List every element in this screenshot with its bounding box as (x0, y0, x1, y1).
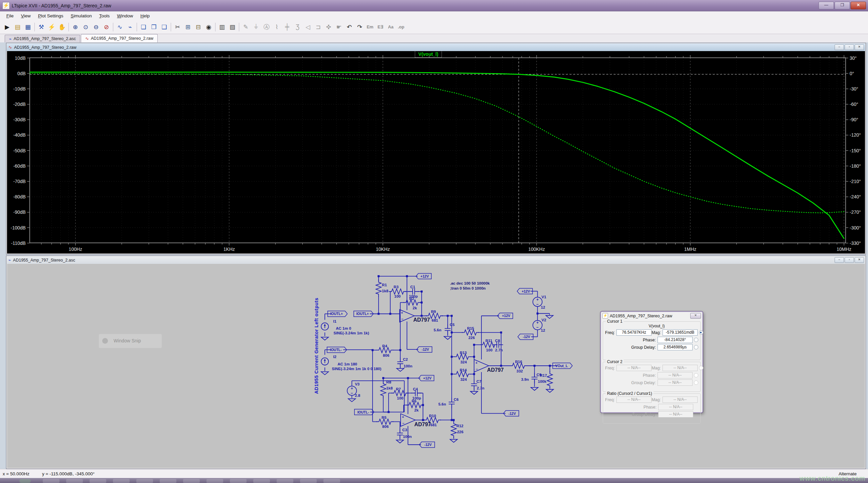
windows-taskbar[interactable] (0, 478, 868, 483)
zoom-area-button[interactable]: ⊙ (81, 22, 91, 32)
child-close-button[interactable]: ✕ (855, 257, 864, 263)
menu-window[interactable]: Window (113, 12, 137, 20)
autorange-y-axis-button[interactable]: ∿ (115, 22, 125, 32)
ground-symbol[interactable] (470, 391, 478, 394)
taskbar-icon[interactable] (323, 479, 340, 483)
cursor1-freq-field[interactable]: 76.54787KHz (616, 329, 651, 336)
ground-symbol[interactable] (396, 440, 404, 443)
tile-vertically-button[interactable]: ❐ (149, 22, 159, 32)
ratio-freq-field[interactable]: -- N/A-- (616, 396, 651, 403)
place-component-button[interactable]: ⊐ (313, 22, 323, 32)
taskbar-icon[interactable] (20, 479, 31, 483)
tab-raw-file[interactable]: ∿AD1955_Amp_797_Stereo_2.raw (81, 34, 158, 42)
close-icon[interactable]: ✕ (690, 313, 701, 319)
control-panel-button[interactable]: ⚒ (36, 22, 46, 32)
run-simulation-button[interactable]: ⚡ (46, 22, 57, 32)
child-close-button[interactable]: ✕ (855, 44, 864, 50)
component-R8[interactable] (380, 381, 386, 398)
ground-symbol[interactable] (444, 336, 452, 340)
move-button[interactable]: ✜ (323, 22, 334, 32)
zoom-in-button[interactable]: ⊕ (70, 22, 81, 32)
component-R14[interactable] (454, 372, 471, 377)
cursor1-phase-field[interactable]: -84.214028° (657, 337, 692, 343)
drag-button[interactable]: ☛ (334, 22, 344, 32)
draw-wire-button[interactable]: ✎ (241, 22, 251, 32)
schematic-canvas[interactable]: +−+−+−+−+−+−+12V+12V+12V+12V-12V-12V-12V… (7, 264, 865, 468)
component-R5[interactable] (376, 419, 394, 424)
component-R7[interactable] (391, 390, 409, 396)
ground-symbol[interactable] (397, 368, 404, 372)
component-I1[interactable] (321, 323, 329, 330)
child-minimize-button[interactable]: – (835, 44, 844, 50)
component-R4[interactable] (376, 347, 394, 353)
minimize-button[interactable]: — (818, 2, 834, 9)
component-R2[interactable] (403, 300, 421, 305)
place-text-button[interactable]: Aa (385, 22, 396, 32)
place-inductor-button[interactable]: Ʒ (292, 22, 303, 32)
cascade-windows-button[interactable]: ❑ (159, 22, 169, 32)
cut-button[interactable]: ✂ (173, 22, 183, 32)
taskbar-icon[interactable] (183, 479, 200, 483)
ground-symbol[interactable] (450, 439, 457, 442)
ratio-phase-field[interactable]: -- N/A-- (658, 404, 693, 410)
cursor1-phase-radio[interactable] (694, 338, 698, 342)
taskbar-icon[interactable] (207, 479, 223, 483)
ratio-group-delay-field[interactable]: -- N/A-- (658, 411, 693, 418)
legend-trace-name[interactable]: V(vout_l) (418, 52, 438, 57)
close-button[interactable]: ✕ (850, 2, 866, 9)
menu-simulation[interactable]: Simulation (67, 12, 96, 20)
cursor2-phase-field[interactable]: -- N/A-- (657, 372, 692, 379)
spice-directive-button[interactable]: .op (396, 22, 406, 32)
ground-symbol[interactable] (321, 337, 329, 340)
menu-file[interactable]: File (3, 12, 18, 20)
save-file-button[interactable]: ▦ (23, 22, 33, 32)
new-schematic-button[interactable]: ▶ (2, 22, 12, 32)
taskbar-icon[interactable] (90, 479, 106, 483)
cursor2-mag-radio[interactable] (699, 366, 703, 370)
component-R13[interactable] (454, 354, 471, 359)
taskbar-icon[interactable] (43, 479, 59, 483)
component-R17[interactable] (547, 371, 553, 388)
menu-plot-settings[interactable]: Plot Settings (34, 12, 67, 20)
child-restore-button[interactable]: ▫ (845, 257, 854, 263)
place-label-button[interactable]: Ⓐ (261, 22, 272, 32)
component-R16[interactable] (510, 363, 527, 368)
tab-schematic-file[interactable]: ⌁AD1955_Amp_797_Stereo_2.asc (5, 35, 80, 42)
taskbar-icon[interactable] (253, 479, 270, 483)
cursor1-mag-field[interactable]: -579.13651mdB (662, 329, 698, 336)
zoom-out-button[interactable]: ⊖ (91, 22, 101, 32)
place-resistor-button[interactable]: ⌇ (272, 22, 282, 32)
child-restore-button[interactable]: ▫ (845, 44, 854, 50)
cursor2-freq-field[interactable]: -- N/A-- (616, 365, 651, 371)
cursor2-mag-field[interactable]: -- N/A-- (662, 365, 698, 371)
component-R12[interactable] (451, 421, 456, 438)
taskbar-icon[interactable] (300, 479, 317, 483)
ground-symbol[interactable] (546, 315, 553, 318)
plot-area[interactable]: 10dB30°0dB0°-10dB-30°-20dB-60°-30dB-90°-… (7, 51, 865, 254)
taskbar-icon[interactable] (160, 479, 177, 483)
taskbar-icon[interactable] (230, 479, 247, 483)
cursor2-group-delay-radio[interactable] (694, 381, 698, 385)
menu-help[interactable]: Help (137, 12, 153, 20)
tile-horizontally-button[interactable]: ❏ (138, 22, 149, 32)
halt-simulation-button[interactable]: ✋ (57, 22, 67, 32)
component-C1[interactable] (408, 289, 419, 295)
menu-tools[interactable]: Tools (96, 12, 114, 20)
mirror-button[interactable]: Em (365, 22, 375, 32)
ground-symbol[interactable] (531, 387, 538, 390)
open-file-button[interactable]: ▤ (12, 22, 23, 32)
taskbar-icon[interactable] (277, 479, 293, 483)
waveform-window-titlebar[interactable]: ∿ AD1955_Amp_797_Stereo_2.raw – ▫ ✕ (7, 43, 865, 51)
rotate-button[interactable]: E∃ (375, 22, 385, 32)
ground-symbol[interactable] (546, 389, 554, 392)
taskbar-icon[interactable] (113, 479, 130, 483)
component-R6[interactable] (406, 402, 424, 408)
zoom-full-extents-button[interactable]: ⊘ (101, 22, 112, 32)
schematic-window-titlebar[interactable]: ⌁ AD1955_Amp_797_Stereo_2.asc – ▫ ✕ (7, 256, 865, 264)
redo-button[interactable]: ↷ (354, 22, 365, 32)
taskbar-icon[interactable] (66, 479, 83, 483)
cursor2-group-delay-field[interactable]: -- N/A-- (657, 380, 692, 386)
component-R1[interactable] (376, 280, 381, 297)
component-I2[interactable] (321, 358, 329, 365)
paste-button[interactable]: ⊟ (193, 22, 204, 32)
